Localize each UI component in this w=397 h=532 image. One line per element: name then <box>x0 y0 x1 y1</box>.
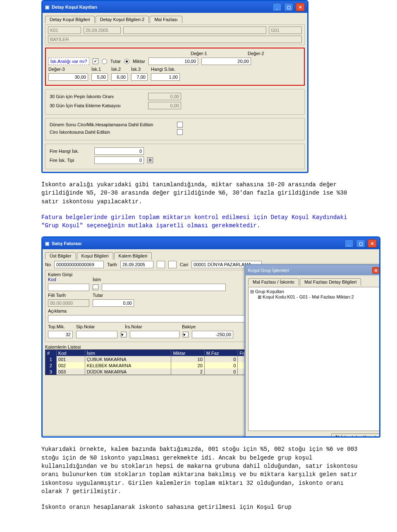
label-isk1: İsk.1 <box>91 67 108 72</box>
label-ekleme: 30 Gün İçin Fiata Ekleme Katsayısı <box>50 103 145 108</box>
isk2-input[interactable]: 6,00 <box>111 73 128 81</box>
top-input: 32 <box>48 331 73 338</box>
label-kl: Kalemlerin Listesi <box>45 344 81 349</box>
unk2[interactable] <box>168 261 177 268</box>
label-pesin: 30 Gün için Peşin İskonto Oranı <box>50 94 145 99</box>
tree-view[interactable]: ⊟ Grup Koşulları ⊞ Koşul Kodu:K01 - G01 … <box>248 287 380 431</box>
close-button[interactable]: ✕ <box>296 3 305 11</box>
sf-maximize-button[interactable]: ▢ <box>356 239 365 248</box>
radio-miktar[interactable] <box>124 59 129 64</box>
sf-tab-kalem[interactable]: Kalem Bilgileri <box>114 252 152 260</box>
lookup-icon[interactable]: ⚙ <box>147 157 153 163</box>
tab-detail1[interactable]: Detay Koşul Bilgileri <box>45 16 95 23</box>
minimize-button[interactable]: _ <box>273 3 282 11</box>
sf-close-button[interactable]: ✕ <box>368 239 377 248</box>
isim-input[interactable] <box>102 284 226 291</box>
discount-range-group: Değer-1 Değer-2 İsk.Aralığı var mı? ✔ Tu… <box>45 48 305 86</box>
tree-root[interactable]: Grup Koşulları <box>255 289 284 294</box>
sales-invoice-window: ▣ Satış Faturası _ ▢ ✕ Üst Bilgiler Koşu… <box>41 236 380 438</box>
irs-input[interactable] <box>130 331 179 338</box>
paragraph-3: Yukarıdaki örnekte, kalem bazında baktığ… <box>41 445 360 496</box>
deger3-input[interactable]: 30,00 <box>48 73 88 81</box>
paragraph-1: İskonto aralığı yukarıdaki gibi tanımlan… <box>41 181 360 206</box>
radio-tutar[interactable] <box>102 59 107 64</box>
code-field: K01 <box>48 26 81 34</box>
group-field: BAYİLER <box>48 36 302 43</box>
paragraph-4: İskonto oranın hesaplanarak iskonto saha… <box>41 503 360 511</box>
ciro-checkbox[interactable] <box>177 129 183 135</box>
label-ciro: Ciro İskontosuna Dahil Edilsin <box>50 130 174 135</box>
label-tutar: Tutar <box>93 293 103 298</box>
kod-lookup-icon[interactable]: … <box>93 284 98 290</box>
sip-dd-icon[interactable]: ▾ <box>121 332 127 337</box>
tree-node[interactable]: Koşul Kodu:K01 - G01 - Mal Fazlası Mikta… <box>263 294 354 299</box>
sf-title: Satış Faturası <box>52 241 81 246</box>
aciklama-input[interactable] <box>48 315 255 323</box>
window-icon: ▣ <box>45 5 49 10</box>
hangi-input[interactable]: 1,00 <box>151 73 180 81</box>
footer-x[interactable]: X <box>73 436 76 438</box>
deger1-input[interactable]: 10,00 <box>148 58 198 65</box>
ekleme-input: 0,00 <box>148 102 181 109</box>
tab-detail2[interactable]: Detay Koşul Bilgileri-2 <box>96 16 149 23</box>
label-isim: İsim <box>93 277 101 282</box>
label-isk2: İsk.2 <box>111 67 128 72</box>
tarih-field[interactable]: 26.09.2005 <box>120 261 153 268</box>
label-aciklama: Açıklama <box>48 308 67 313</box>
sf-tab-kosul[interactable]: Koşul Bilgileri <box>77 252 113 260</box>
isk1-input[interactable]: 5,00 <box>91 73 108 81</box>
label-no: No <box>45 262 51 267</box>
isk3-input[interactable]: 7,00 <box>131 73 148 81</box>
footer-acik[interactable]: Açıklama <box>99 436 118 438</box>
tab-strip: Detay Koşul Bilgileri Detay Koşul Bilgil… <box>45 15 305 23</box>
window-title: Detay Koşul Kayıtları <box>52 5 97 10</box>
window-icon: ▣ <box>45 241 49 246</box>
col-isim[interactable]: İsim <box>85 350 172 356</box>
detail-condition-window: ▣ Detay Koşul Kayıtları _ ▢ ✕ Detay Koşu… <box>41 0 309 173</box>
date-field: 26.09.2005 <box>84 26 121 34</box>
no-field[interactable]: 000000000000069 <box>54 261 104 268</box>
maximize-button[interactable]: ▢ <box>284 3 293 11</box>
tutar-input[interactable]: 0,00 <box>93 299 134 307</box>
label-fire-tipi: Fire İsk. Tipi <box>50 158 91 163</box>
sip-input[interactable] <box>76 331 117 338</box>
apply-discounts-button[interactable]: 🗘 İskontoları Yansıt <box>331 433 380 438</box>
label-tutar: Tutar <box>110 59 121 64</box>
unk1[interactable] <box>157 261 165 268</box>
titlebar[interactable]: ▣ Detay Koşul Kayıtları _ ▢ ✕ <box>43 1 307 13</box>
label-isk3: İsk.3 <box>131 67 148 72</box>
gcode-field: G01 <box>269 26 302 34</box>
kod-input[interactable] <box>48 284 89 291</box>
modal-tab2[interactable]: Mal Fazlası Detay Bilgileri <box>300 278 361 286</box>
col-miktar[interactable]: Miktar <box>171 350 204 356</box>
irs-dd-icon[interactable]: ▾ <box>183 332 189 337</box>
modal-tab1[interactable]: Mal Fazlası / İskonto <box>248 278 299 286</box>
fire-hangi-input[interactable]: 0 <box>94 147 144 155</box>
fiili-input: 00.00.0000 <box>48 299 89 307</box>
col-num[interactable]: # <box>45 350 57 356</box>
apply-discounts-label: İskontoları Yansıt <box>341 435 376 438</box>
footer-toplam: Toplam Tutar <box>350 436 377 438</box>
donem-checkbox[interactable] <box>177 122 183 128</box>
col-kod[interactable]: Kod <box>57 350 85 356</box>
pesin-input: 0,00 <box>148 93 181 100</box>
fire-tipi-input[interactable]: 0 <box>94 156 144 164</box>
modal-close-button[interactable]: ✕ <box>372 267 380 274</box>
isk-araligi-varmi[interactable]: İsk.Aralığı var mı? <box>48 58 89 65</box>
modal-titlebar[interactable]: Koşul Grup İşlemleri ✕ <box>246 265 380 275</box>
isk-araligi-checkbox[interactable]: ✔ <box>93 58 98 64</box>
sf-titlebar[interactable]: ▣ Satış Faturası _ ▢ ✕ <box>43 238 379 249</box>
label-top: Top.Mik. <box>48 324 73 329</box>
deger2-input[interactable]: 20,00 <box>201 58 251 65</box>
footer-kdv[interactable]: KDV <box>59 436 69 438</box>
kosul-grup-modal[interactable]: Koşul Grup İşlemleri ✕ Mal Fazlası / İsk… <box>244 264 380 438</box>
label-deger3: Değer-3 <box>48 67 88 72</box>
sf-minimize-button[interactable]: _ <box>344 239 354 248</box>
col-mfaz[interactable]: M.Faz <box>205 350 238 356</box>
sf-tab-ust[interactable]: Üst Bilgiler <box>45 252 76 260</box>
label-fiili: Fiili Tarih <box>48 293 89 298</box>
tab-malfazlasi[interactable]: Mal Fazlası <box>150 16 182 23</box>
footer-k1[interactable]: K1 <box>80 436 85 438</box>
footer-k2[interactable]: K2 <box>90 436 95 438</box>
refresh-icon: 🗘 <box>335 435 340 438</box>
